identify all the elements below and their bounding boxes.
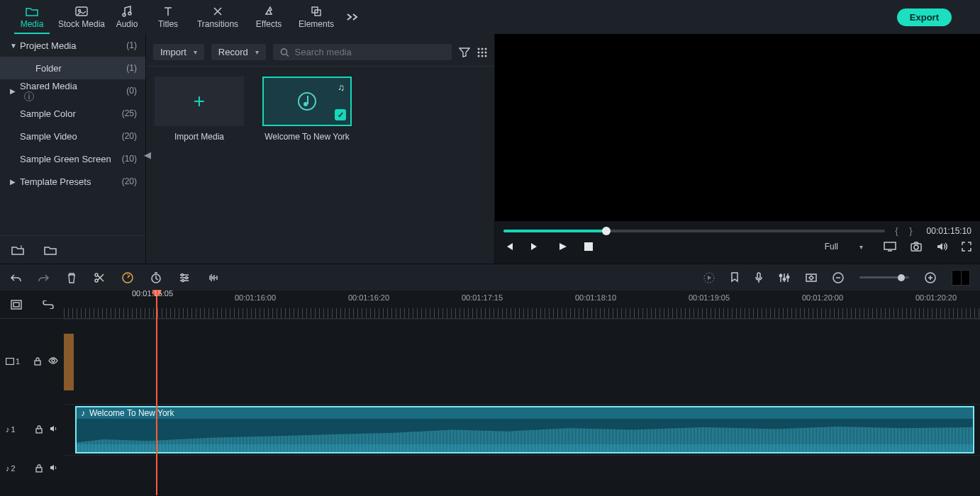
undo-button[interactable] — [10, 273, 21, 283]
dropdown-label: Import — [160, 47, 186, 57]
audio-mixer-icon[interactable] — [779, 273, 790, 283]
tab-audio[interactable]: Audio — [106, 0, 147, 34]
voiceover-icon[interactable] — [755, 272, 763, 283]
video-clip-stub[interactable] — [64, 334, 74, 390]
expand-arrow-icon: ▼ — [10, 42, 20, 50]
audio-waveform-button[interactable] — [207, 273, 220, 283]
marker-icon[interactable] — [730, 272, 739, 283]
sidebar-item-project-media[interactable]: ▼Project Media(1) — [0, 34, 145, 57]
redo-button[interactable] — [38, 273, 50, 283]
sidebar-item-template-presets[interactable]: ▶Template Presets(20) — [0, 170, 145, 193]
mark-in-out-button[interactable]: { } — [895, 225, 916, 236]
search-media-field[interactable] — [273, 44, 452, 60]
expand-arrow-icon: ▶ — [10, 87, 20, 95]
sidebar-item-label: Sample Green Screen — [20, 154, 122, 164]
svg-point-12 — [485, 51, 487, 53]
svg-point-15 — [485, 55, 487, 57]
sidebar-item-sample-green-screen[interactable]: Sample Green Screen(10) — [0, 147, 145, 170]
sidebar-item-count: (0) — [126, 86, 137, 96]
folder-icon[interactable] — [44, 245, 57, 255]
transitions-icon — [212, 5, 223, 18]
tab-elements[interactable]: Elements — [291, 0, 342, 34]
timeline-view-toggle[interactable] — [952, 270, 970, 286]
stop-button[interactable] — [584, 242, 593, 251]
sidebar-item-label: Sample Color — [20, 108, 122, 119]
speed-button[interactable] — [122, 272, 133, 283]
audio-clip[interactable]: ♪ Welcome To New York — [75, 406, 974, 453]
delete-button[interactable] — [67, 272, 77, 283]
snapshot-icon[interactable] — [911, 242, 922, 252]
info-icon: i — [24, 91, 34, 101]
stock-media-icon — [75, 5, 88, 18]
sidebar-item-sample-video[interactable]: Sample Video(20) — [0, 125, 145, 147]
media-clip-card[interactable]: ♫ ✓ Welcome To New York — [261, 77, 353, 142]
svg-rect-42 — [36, 429, 42, 433]
filter-icon[interactable] — [459, 47, 470, 57]
sidebar-item-label: Project Media — [20, 40, 126, 51]
preview-viewport: { } 00:01:15:10 — [495, 34, 980, 264]
tab-label: Audio — [116, 19, 138, 29]
audio-track-1: ♪ 1 ♪ Welcome To New York — [0, 404, 980, 455]
sidebar-item-sample-color[interactable]: Sample Color(25) — [0, 102, 145, 125]
svg-point-11 — [481, 51, 484, 53]
volume-icon[interactable] — [936, 242, 947, 252]
split-button[interactable] — [94, 272, 105, 283]
tab-stock-media[interactable]: Stock Media — [57, 0, 106, 34]
import-dropdown[interactable]: Import ▾ — [153, 44, 204, 60]
tab-transitions[interactable]: Transitions — [189, 0, 247, 34]
track-number: 2 — [11, 464, 16, 473]
sidebar-item-count: (20) — [122, 176, 137, 186]
mute-icon[interactable] — [50, 464, 58, 473]
play-button[interactable] — [557, 242, 567, 252]
fit-tracks-icon[interactable] — [11, 300, 22, 310]
link-icon[interactable] — [43, 300, 54, 309]
sidebar-item-shared-media[interactable]: ▶Shared Mediai(0) — [0, 79, 145, 102]
render-preview-icon[interactable] — [703, 272, 715, 283]
lock-icon[interactable] — [35, 425, 43, 434]
search-media-input[interactable] — [295, 47, 445, 57]
audio-clip-title: Welcome To New York — [89, 408, 174, 418]
zoom-out-icon[interactable] — [833, 272, 844, 283]
collapse-sidebar-handle[interactable]: ◀ — [144, 140, 151, 169]
keyframe-icon[interactable] — [806, 273, 817, 283]
zoom-in-icon[interactable] — [925, 272, 936, 283]
playhead[interactable]: 00:01:15:05 — [156, 291, 157, 495]
grid-view-icon[interactable] — [477, 47, 487, 57]
export-button[interactable]: Export — [897, 9, 952, 26]
tab-titles[interactable]: Titles — [147, 0, 189, 34]
sidebar-item-folder[interactable]: Folder(1) — [0, 57, 145, 79]
display-settings-icon[interactable] — [884, 242, 896, 252]
duration-button[interactable] — [150, 272, 162, 283]
search-icon — [280, 47, 289, 57]
video-track-icon — [6, 358, 14, 365]
lock-icon[interactable] — [34, 357, 41, 366]
sidebar-item-count: (20) — [122, 131, 137, 141]
more-tabs-icon[interactable] — [346, 13, 359, 21]
music-note-icon: ♫ — [338, 82, 345, 93]
import-media-card[interactable]: + Import Media — [153, 77, 245, 142]
step-forward-button[interactable] — [530, 242, 540, 252]
preview-progress-slider[interactable] — [503, 230, 885, 232]
chevron-down-icon: ▾ — [255, 48, 259, 56]
ruler-label: 00:01:20:00 — [802, 293, 843, 302]
record-dropdown[interactable]: Record ▾ — [211, 44, 266, 60]
step-back-button[interactable] — [503, 242, 513, 252]
tab-media[interactable]: Media — [7, 0, 57, 34]
visibility-icon[interactable] — [48, 357, 58, 366]
svg-rect-31 — [780, 275, 782, 276]
new-folder-icon[interactable] — [11, 245, 24, 255]
fullscreen-icon[interactable] — [962, 242, 971, 252]
ruler-label: 00:01:16:20 — [348, 293, 389, 302]
svg-point-14 — [481, 55, 484, 57]
preview-quality-dropdown[interactable]: Full ▾ — [818, 239, 869, 254]
sidebar-item-label: Shared Mediai — [20, 81, 126, 101]
tab-effects[interactable]: Effects — [247, 0, 291, 34]
svg-rect-32 — [784, 278, 786, 280]
adjust-button[interactable] — [179, 273, 190, 283]
mute-icon[interactable] — [50, 425, 58, 434]
svg-rect-19 — [884, 242, 896, 249]
sidebar-item-count: (10) — [122, 154, 137, 164]
lock-icon[interactable] — [35, 464, 43, 473]
effects-icon — [263, 5, 274, 18]
zoom-slider[interactable] — [859, 276, 909, 278]
